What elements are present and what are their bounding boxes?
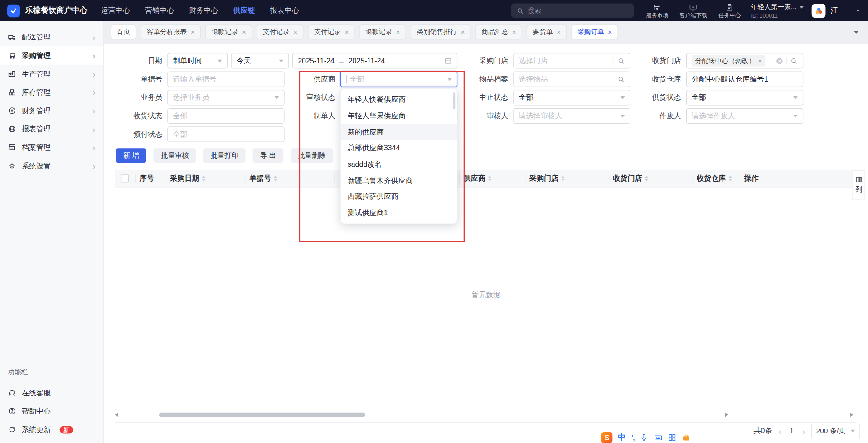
batch-delete-button[interactable]: 批量删除 [291,148,333,163]
sidebar-item-reports[interactable]: 报表管理 › [0,120,103,139]
tab-refund-records-2[interactable]: 退款记录× [359,24,406,39]
nav-reports[interactable]: 报表中心 [270,5,299,15]
sidebar-item-online-service[interactable]: 在线客服 [0,384,103,402]
scroll-right-arrow-fixed[interactable] [850,413,853,417]
sidebar-item-settings[interactable]: 系统设置 › [0,157,103,175]
tab-payment-records-1[interactable]: 支付记录× [257,24,303,39]
close-icon[interactable]: × [293,28,297,36]
col-supplier[interactable]: 供应商 [459,170,525,187]
col-receive-store[interactable]: 收货门店 [609,170,693,187]
tab-home[interactable]: 首页 [111,24,136,39]
client-download-link[interactable]: 客户端下载 [679,3,708,18]
col-order-no[interactable]: 单据号 [245,170,334,187]
close-icon[interactable]: × [608,28,612,36]
col-purchase-store[interactable]: 采购门店 [525,170,609,187]
toolbox-icon[interactable] [682,433,691,442]
supplier-option[interactable]: 年轻人快餐供应商 [341,91,457,108]
receive-warehouse-field[interactable]: 分配中心默认仓库编号1 [686,72,803,87]
col-receive-warehouse[interactable]: 收货仓库 [692,170,740,187]
keyboard-icon[interactable] [654,433,663,442]
sort-icon[interactable] [488,176,491,181]
tab-refund-records-1[interactable]: 退款记录× [205,24,252,39]
close-icon[interactable]: × [396,28,400,36]
receive-store-select[interactable]: 分配送中心（勿改）× [686,53,803,68]
nav-finance[interactable]: 财务中心 [189,5,218,15]
tag-close-icon[interactable]: × [758,58,762,64]
batch-audit-button[interactable]: 批量审核 [154,148,196,163]
supplier-option[interactable]: 新的供应商 [341,124,457,140]
close-icon[interactable]: × [345,28,349,36]
nav-supply-chain[interactable]: 供应链 [233,5,255,15]
dropdown-scrollbar-thumb[interactable] [453,92,455,109]
sidebar-item-finance[interactable]: 财务管理 › [0,101,103,120]
sort-icon[interactable] [274,176,277,181]
sidebar-item-archives[interactable]: 档案管理 › [0,138,103,157]
receive-status-field[interactable]: 全部 [167,108,284,124]
column-settings-button[interactable]: 列 [853,170,865,200]
sogou-logo-icon[interactable]: S [601,432,613,443]
account-switcher[interactable]: 年轻人第一家... ID: 100011 [751,2,804,19]
close-icon[interactable]: × [242,28,246,36]
sort-icon[interactable] [728,176,732,181]
global-search-input[interactable]: 搜索 [511,3,634,18]
sort-icon[interactable] [202,176,205,181]
supplier-option[interactable]: saddd改名 [341,156,457,173]
close-icon[interactable]: × [461,28,465,36]
prepay-status-field[interactable]: 全部 [167,126,284,142]
sidebar-item-delivery[interactable]: 配送管理 › [0,28,103,47]
current-page[interactable]: 1 [787,427,796,435]
col-purchase-date[interactable]: 采购日期 [166,170,245,187]
nav-marketing[interactable]: 营销中心 [145,5,174,15]
chinese-mode-indicator[interactable]: 中 [618,433,626,443]
service-market-link[interactable]: 服务市场 [646,3,668,18]
tab-category-sales-rank[interactable]: 类别销售排行× [411,24,471,39]
supplier-select[interactable]: 全部 [340,72,457,87]
task-center-link[interactable]: 任务中心 [718,3,741,18]
tab-product-summary[interactable]: 商品汇总× [475,24,522,39]
tab-customer-analysis-report[interactable]: 客单分析报表× [141,24,201,39]
add-button[interactable]: 新 增 [116,148,146,163]
purchase-store-select[interactable]: 选择门店 [513,53,630,68]
date-range-picker[interactable]: 2025-11-24 → 2025-11-24 [292,53,457,68]
close-icon[interactable]: × [512,28,516,36]
mic-icon[interactable] [640,433,648,442]
auditor-select[interactable]: 请选择审核人 [513,108,630,124]
salesman-select[interactable]: 选择业务员 [167,90,284,105]
scrollbar-thumb[interactable] [159,413,365,417]
nav-operations[interactable]: 运营中心 [101,5,130,15]
date-type-select[interactable]: 制单时间 [167,53,228,68]
prev-page-button[interactable]: ‹ [778,427,781,435]
export-button[interactable]: 导 出 [253,148,283,163]
tab-payment-records-2[interactable]: 支付记录× [308,24,354,39]
supplier-option[interactable]: 新疆乌鲁木齐供应商 [341,172,457,188]
date-preset-select[interactable]: 今天 [231,53,289,68]
close-icon[interactable]: × [191,28,195,36]
close-icon[interactable]: × [557,28,561,36]
sidebar-item-help-center[interactable]: 帮助中心 [0,402,103,420]
search-icon[interactable] [790,57,798,64]
tabs-collapse-button[interactable] [850,26,863,38]
user-menu[interactable]: 汪一一 [831,5,860,15]
sidebar-item-system-update[interactable]: 系统更新 新 [0,420,103,439]
order-no-input[interactable]: 请输入单据号 [167,72,284,87]
page-size-select[interactable]: 200 条/页 [811,424,860,438]
item-select[interactable]: 选择物品 [513,72,630,87]
supply-status-select[interactable]: 全部 [686,90,803,105]
tab-requisition[interactable]: 要货单× [527,24,567,39]
sidebar-item-production[interactable]: 生产管理 › [0,65,103,83]
clear-icon[interactable] [776,57,783,64]
sort-icon[interactable] [645,176,648,181]
next-page-button[interactable]: › [802,427,805,435]
sort-icon[interactable] [561,176,564,181]
sidebar-item-inventory[interactable]: 库存管理 › [0,83,103,101]
invalidator-select[interactable]: 请选择作废人 [686,108,803,124]
supplier-option[interactable]: 总部供应商3344 [341,140,457,156]
grid-icon[interactable] [669,433,676,441]
supplier-option[interactable]: 年轻人坚果供应商 [341,108,457,124]
select-all-checkbox[interactable] [121,174,129,182]
supplier-option[interactable]: 测试供应商1 [341,205,457,221]
punctuation-icon[interactable]: ’, [631,433,634,442]
batch-print-button[interactable]: 批量打印 [204,148,246,163]
sidebar-item-purchase[interactable]: 采购管理 › [0,46,103,65]
supplier-option[interactable]: 西藏拉萨供应商 [341,188,457,205]
